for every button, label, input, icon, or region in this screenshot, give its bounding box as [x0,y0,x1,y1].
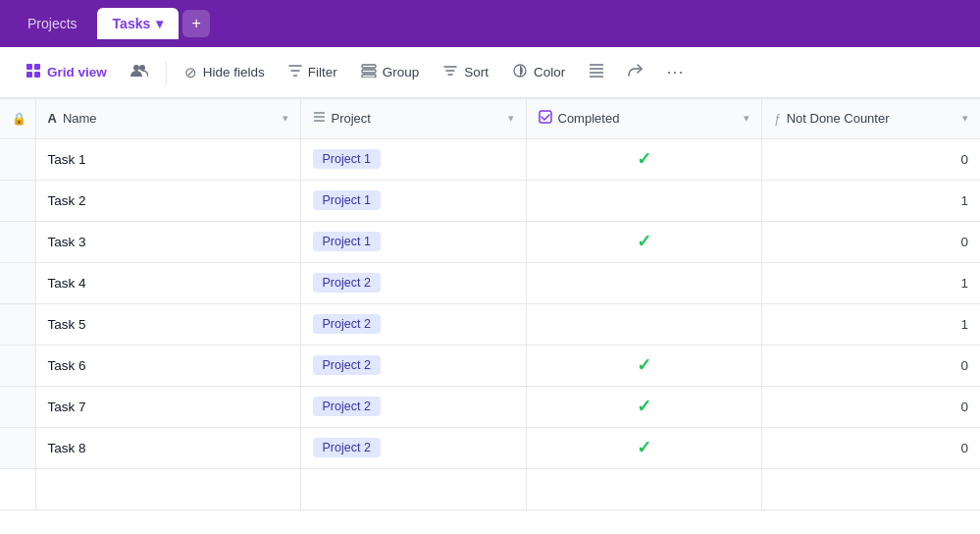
cell-name[interactable]: Task 4 [35,262,300,303]
table-row-empty[interactable] [0,468,980,509]
add-tab-button[interactable]: + [182,10,210,37]
table-row[interactable]: Task 7Project 2✓0 [0,386,980,427]
cell-completed[interactable]: ✓ [526,427,761,468]
svg-rect-10 [314,112,325,114]
more-icon: ··· [666,62,684,82]
cell-notdone: 0 [761,386,980,427]
cell-lock [0,427,35,468]
row-height-icon [589,64,604,80]
cell-completed[interactable] [526,303,761,345]
cell-project[interactable]: Project 1 [300,221,526,262]
grid-view-icon [26,63,41,81]
color-icon [512,63,528,81]
cell-completed[interactable] [526,180,761,221]
filter-label: Filter [308,65,337,80]
filter-icon [288,65,302,80]
cell-project[interactable]: Project 1 [300,180,526,221]
col-header-lock: 🔒 [0,99,35,138]
check-icon: ✓ [637,397,651,416]
cell-completed[interactable]: ✓ [526,221,761,262]
project-col-dropdown[interactable]: ▾ [508,112,514,125]
color-button[interactable]: Color [502,57,575,87]
row-height-button[interactable] [579,58,614,86]
table-row[interactable]: Task 8Project 2✓0 [0,427,980,468]
people-icon [130,64,148,80]
tasks-tab[interactable]: Tasks ▾ [97,8,180,39]
project-col-icon [313,111,326,126]
cell-project[interactable]: Project 2 [300,303,526,345]
col-header-project[interactable]: Project ▾ [300,99,526,138]
col-header-name[interactable]: A Name ▾ [35,99,300,138]
project-col-label: Project [332,111,371,126]
grid-view-button[interactable]: Grid view [16,57,117,87]
cell-lock [0,138,35,180]
projects-tab[interactable]: Projects [12,8,93,39]
filter-button[interactable]: Filter [279,59,347,85]
check-icon: ✓ [637,232,651,251]
completed-col-dropdown[interactable]: ▾ [744,112,749,125]
data-table: 🔒 A Name ▾ [0,99,980,510]
grid-view-label: Grid view [47,65,107,80]
cell-project[interactable]: Project 1 [300,138,526,180]
cell-completed[interactable]: ✓ [526,386,761,427]
table-container: 🔒 A Name ▾ [0,98,980,534]
hide-fields-button[interactable]: ⊘ Hide fields [175,58,275,87]
table-row[interactable]: Task 3Project 1✓0 [0,221,980,262]
cell-empty [526,468,761,509]
cell-notdone: 1 [761,303,980,345]
cell-project[interactable]: Project 2 [300,386,526,427]
cell-name[interactable]: Task 6 [35,345,300,386]
table-row[interactable]: Task 1Project 1✓0 [0,138,980,180]
cell-completed[interactable]: ✓ [526,345,761,386]
group-button[interactable]: Group [351,58,430,86]
cell-completed[interactable]: ✓ [526,138,761,180]
cell-completed[interactable] [526,262,761,303]
cell-name[interactable]: Task 7 [35,386,300,427]
table-row[interactable]: Task 2Project 11 [0,180,980,221]
table-row[interactable]: Task 4Project 21 [0,262,980,303]
table-row[interactable]: Task 6Project 2✓0 [0,345,980,386]
cell-notdone: 0 [761,427,980,468]
cell-notdone: 1 [761,262,980,303]
cell-name[interactable]: Task 5 [35,303,300,345]
name-col-dropdown[interactable]: ▾ [283,112,288,125]
cell-lock [0,386,35,427]
check-icon: ✓ [637,149,651,169]
group-icon [361,64,377,80]
col-header-completed[interactable]: Completed ▾ [526,99,761,138]
cell-project[interactable]: Project 2 [300,427,526,468]
completed-col-label: Completed [558,111,620,126]
hide-fields-label: Hide fields [203,65,265,80]
group-label: Group [383,65,420,80]
divider-1 [166,61,167,84]
tasks-tab-arrow: ▾ [156,16,163,31]
col-header-notdone[interactable]: ƒ Not Done Counter ▾ [761,99,980,138]
cell-project[interactable]: Project 2 [300,345,526,386]
cell-name[interactable]: Task 2 [35,180,300,221]
cell-lock [0,303,35,345]
svg-point-5 [139,65,145,71]
notdone-col-dropdown[interactable]: ▾ [962,112,968,125]
check-icon: ✓ [637,438,651,457]
more-button[interactable]: ··· [656,56,694,88]
share-button[interactable] [618,58,652,87]
name-col-icon: A [48,111,57,126]
sort-button[interactable]: Sort [433,58,498,86]
cell-project[interactable]: Project 2 [300,262,526,303]
cell-lock [0,221,35,262]
completed-col-icon [539,110,552,127]
top-nav: Projects Tasks ▾ + [0,0,980,47]
table-row[interactable]: Task 5Project 21 [0,303,980,345]
lock-icon: 🔒 [12,112,26,126]
svg-rect-8 [362,75,376,78]
tasks-tab-label: Tasks [113,16,151,31]
cell-name[interactable]: Task 8 [35,427,300,468]
svg-rect-0 [26,64,32,70]
people-button[interactable] [121,58,158,86]
notdone-col-icon: ƒ [774,111,781,126]
cell-name[interactable]: Task 1 [35,138,300,180]
cell-notdone: 0 [761,138,980,180]
cell-empty [35,468,300,509]
cell-lock [0,262,35,303]
cell-name[interactable]: Task 3 [35,221,300,262]
